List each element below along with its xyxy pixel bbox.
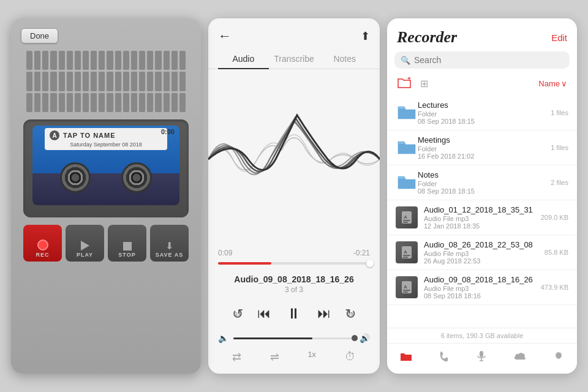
svg-text:15: 15: [235, 311, 241, 317]
nav-cloud-icon[interactable]: [513, 351, 527, 365]
volume-control[interactable]: 🔈 🔊: [208, 331, 380, 345]
grille-slot: [50, 93, 56, 112]
shuffle-button[interactable]: ⇌: [270, 350, 279, 364]
grille-slot: [34, 72, 40, 91]
stop-icon: [123, 242, 132, 251]
grille-slot: [131, 72, 137, 91]
grille-slot: [50, 72, 56, 91]
share-button[interactable]: ⬆: [361, 29, 370, 43]
folder-type-date: Folder 08 Sep 2018 18:15: [418, 110, 551, 125]
nav-phone-icon[interactable]: [438, 350, 450, 366]
progress-thumb: [366, 260, 374, 267]
player-header: ← ⬆: [208, 18, 380, 49]
play-label: PLAY: [77, 252, 93, 258]
save-as-button[interactable]: ⬇ SAVE AS: [150, 225, 189, 262]
folder-info: Notes Folder 08 Sep 2018 18:15: [418, 170, 551, 195]
rec-label: REC: [36, 252, 49, 258]
svg-text:+: +: [407, 77, 411, 81]
grille-slot: [172, 93, 178, 112]
nav-mic-icon[interactable]: [475, 350, 488, 366]
repeat-button[interactable]: ⇄: [232, 350, 241, 364]
grille-slot: [83, 93, 89, 112]
svg-text:A: A: [404, 214, 407, 220]
svg-text:A: A: [404, 284, 407, 290]
back-button[interactable]: ←: [218, 28, 232, 44]
tab-audio[interactable]: Audio: [218, 49, 269, 69]
sort-button[interactable]: Name ∨: [538, 79, 567, 88]
waveform-area: [208, 69, 380, 249]
grille-slot: [42, 72, 48, 91]
stop-button[interactable]: STOP: [108, 225, 146, 262]
label-a-badge: A: [50, 130, 59, 140]
grille-slot: [172, 72, 178, 91]
grid-view-button[interactable]: ⊞: [420, 78, 428, 89]
grille-slot: [99, 51, 105, 70]
speed-button[interactable]: 1x: [308, 350, 316, 364]
nav-folder-icon[interactable]: [399, 350, 413, 366]
progress-fill: [218, 262, 271, 265]
tab-transcribe[interactable]: Transcribe: [269, 49, 320, 69]
edit-button[interactable]: Edit: [551, 32, 567, 43]
play-button[interactable]: PLAY: [66, 225, 104, 262]
list-item[interactable]: A Audio_08_26_2018_22_53_08 Audio File m…: [387, 235, 577, 270]
grille-slot: [179, 93, 186, 112]
grille-slot: [131, 51, 137, 70]
list-item[interactable]: Lectures Folder 08 Sep 2018 18:15 1 file…: [387, 96, 577, 130]
folder-type-date: Folder 16 Feb 2018 21:02: [418, 145, 551, 160]
time-labels: 0:09 -0:21: [208, 249, 380, 257]
search-bar[interactable]: 🔍: [394, 51, 570, 69]
progress-track[interactable]: [218, 262, 370, 265]
stop-label: STOP: [118, 252, 135, 258]
time-start: 0:09: [218, 249, 232, 257]
sleep-timer-button[interactable]: ⏱: [345, 350, 356, 364]
volume-track[interactable]: [233, 337, 355, 339]
nav-gear-icon[interactable]: [552, 350, 565, 366]
grille-slot: [91, 72, 97, 91]
grille-slot: [42, 51, 48, 70]
grille-slot: [67, 72, 73, 91]
cassette-label[interactable]: A TAP TO NAME 0:00 Saturday September 08…: [45, 128, 167, 150]
grille-slot: [75, 93, 81, 112]
recorder-panel: Done A TAP TO NAME 0:00 Saturday Septemb…: [11, 18, 201, 374]
rec-button[interactable]: REC: [23, 225, 62, 262]
grille-slot: [147, 51, 153, 70]
player-tabs: Audio Transcribe Notes: [208, 49, 380, 69]
folder-name: Lectures: [418, 100, 551, 110]
tab-notes[interactable]: Notes: [319, 49, 370, 69]
svg-rect-16: [403, 292, 408, 293]
svg-rect-15: [403, 290, 410, 291]
new-folder-button[interactable]: +: [397, 76, 414, 91]
grille-slot: [59, 51, 65, 70]
skip-forward-15-button[interactable]: ↻ 15: [342, 305, 359, 322]
done-button[interactable]: Done: [21, 28, 58, 43]
grille-slot: [67, 93, 73, 112]
grille-slot: [59, 93, 65, 112]
list-item[interactable]: A Audio_01_12_2018_18_35_31 Audio File m…: [387, 200, 577, 235]
grille-slot: [147, 93, 153, 112]
list-item[interactable]: Meetings Folder 16 Feb 2018 21:02 1 file…: [387, 130, 577, 165]
grille-slot: [99, 72, 105, 91]
audio-file-icon: A: [396, 276, 418, 298]
folder-count: 2 files: [551, 179, 568, 186]
skip-back-15-button[interactable]: ↺ 15: [229, 305, 246, 322]
rewind-button[interactable]: ⏮: [257, 306, 271, 322]
grille-slot: [42, 93, 48, 112]
list-item[interactable]: Notes Folder 08 Sep 2018 18:15 2 files: [387, 165, 577, 200]
grille-slot: [164, 93, 170, 112]
pause-button[interactable]: ⏸: [282, 301, 306, 326]
forward-button[interactable]: ⏭: [317, 306, 331, 322]
grille-slot: [83, 72, 89, 91]
grille-slot: [179, 72, 186, 91]
grille-slot: [164, 51, 170, 70]
folder-count: 1 files: [551, 144, 568, 151]
grille-slot: [115, 51, 121, 70]
svg-rect-12: [403, 257, 408, 258]
grille-slot: [179, 51, 186, 70]
audio-file-info: Audio_09_08_2018_18_16_26 Audio File mp3…: [424, 275, 541, 300]
list-item[interactable]: A Audio_09_08_2018_18_16_26 Audio File m…: [387, 270, 577, 305]
folder-name: Notes: [418, 170, 551, 179]
grille-slot: [83, 51, 89, 70]
search-input[interactable]: [414, 55, 564, 65]
progress-bar[interactable]: [208, 257, 380, 270]
track-info: Audio_09_08_2018_18_16_26 3 of 3: [208, 270, 380, 296]
